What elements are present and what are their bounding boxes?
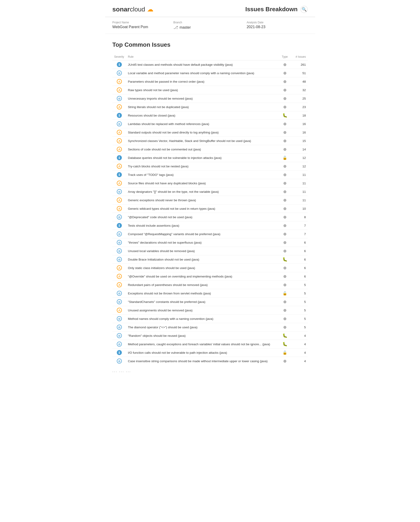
cell-rule: Generic exceptions should never be throw…	[126, 196, 278, 204]
severity-major-icon: ⚠	[117, 206, 122, 211]
code-smell-type-icon: ⊛	[283, 88, 287, 92]
cell-severity: ◎	[112, 94, 126, 103]
cell-rule: Double Brace Initialization should not b…	[126, 255, 278, 264]
cell-severity: ◎	[112, 238, 126, 247]
severity-info-icon: ℹ	[117, 172, 122, 177]
severity-minor-icon: ◎	[117, 333, 122, 338]
severity-minor-icon: ◎	[117, 70, 122, 76]
cell-rule: Method names should comply with a naming…	[126, 315, 278, 323]
cell-count: 11	[292, 170, 308, 179]
table-row: ◎The diamond operator ("<>") should be u…	[112, 323, 308, 331]
branch-meta: Branch ⎇ master	[173, 21, 247, 30]
cell-count: 5	[292, 323, 308, 331]
table-row: ◎"throws" declarations should not be sup…	[112, 238, 308, 247]
severity-minor-icon: ◎	[117, 342, 122, 347]
cell-type: ⊛	[278, 77, 292, 86]
cell-rule: Local variable and method parameter name…	[126, 69, 278, 77]
cell-count: 7	[292, 230, 308, 238]
cell-count: 5	[292, 315, 308, 323]
table-row: ◎Unnecessary imports should be removed (…	[112, 94, 308, 103]
branch-label: Branch	[173, 21, 247, 24]
cell-type: ⊛	[278, 281, 292, 289]
severity-major-icon: ⚠	[117, 198, 122, 203]
code-smell-type-icon: ⊛	[283, 308, 287, 313]
table-row: ⚠Sections of code should not be commente…	[112, 145, 308, 154]
code-smell-type-icon: ⊛	[283, 266, 287, 270]
code-smell-type-icon: ⊛	[283, 283, 287, 287]
severity-minor-icon: ◎	[117, 291, 122, 296]
cell-rule: Method parameters, caught exceptions and…	[126, 340, 278, 348]
table-row: ⚠Unused assignments should be removed (j…	[112, 306, 308, 315]
cell-type: ⊛	[278, 94, 292, 103]
severity-major-icon: ⚠	[117, 104, 122, 109]
code-smell-type-icon: ⊛	[283, 240, 287, 245]
code-smell-type-icon: ⊛	[283, 147, 287, 152]
cell-type: ⊛	[278, 128, 292, 137]
cell-rule: Generic wildcard types should not be use…	[126, 204, 278, 213]
cell-count: 4	[292, 331, 308, 340]
cell-type: ⊛	[278, 298, 292, 306]
cell-count: 261	[292, 61, 308, 69]
cell-count: 4	[292, 340, 308, 348]
table-row: ℹResources should be closed (java)🐛18	[112, 111, 308, 120]
branch-icon: ⎇	[173, 25, 178, 30]
table-row: ◎"Random" objects should be reused (java…	[112, 331, 308, 340]
cell-rule: String literals should not be duplicated…	[126, 103, 278, 111]
project-meta: Project Name WebGoat Parent Pom	[112, 21, 174, 29]
severity-info-icon: ℹ	[117, 350, 122, 355]
date-value: 2021-08-23	[247, 25, 308, 29]
severity-info-icon: ℹ	[117, 62, 122, 67]
code-smell-type-icon: ⊛	[283, 232, 287, 237]
cell-severity: ⚠	[112, 264, 126, 272]
branch-value: ⎇ master	[173, 25, 247, 30]
cell-type: ⊛	[278, 315, 292, 323]
table-row: ℹI/O function calls should not be vulner…	[112, 348, 308, 357]
cell-rule: Tests should include assertions (java)	[126, 221, 278, 230]
cell-type: 🐛	[278, 255, 292, 264]
cell-count: 18	[292, 111, 308, 120]
cell-rule: Lambdas should be replaced with method r…	[126, 120, 278, 128]
cell-severity: ⚠	[112, 137, 126, 145]
cell-count: 14	[292, 145, 308, 154]
table-row: ⚠Source files should not have any duplic…	[112, 179, 308, 187]
severity-major-icon: ⚠	[117, 138, 122, 143]
cell-rule: Raw types should not be used (java)	[126, 86, 278, 94]
table-row: ⚠Try-catch blocks should not be nested (…	[112, 162, 308, 170]
header-severity: Severity	[112, 54, 126, 61]
page-title: Issues Breakdown	[245, 6, 297, 13]
table-header-row: Severity Rule Type # Issues	[112, 54, 308, 61]
cell-rule: Synchronized classes Vector, Hashtable, …	[126, 137, 278, 145]
cell-severity: ⚠	[112, 272, 126, 281]
table-row: ⚠Redundant pairs of parentheses should b…	[112, 281, 308, 289]
severity-minor-icon: ◎	[117, 121, 122, 126]
cell-rule: Case insensitive string comparisons shou…	[126, 357, 278, 365]
vulnerability-type-icon: 🔓	[283, 291, 287, 296]
severity-major-icon: ⚠	[117, 181, 122, 186]
cell-type: ⊛	[278, 247, 292, 255]
search-icon[interactable]: 🔍	[300, 6, 308, 13]
cell-severity: ⚠	[112, 179, 126, 187]
table-row: ◎"StandardCharsets" constants should be …	[112, 298, 308, 306]
cell-severity: ℹ	[112, 221, 126, 230]
cell-rule: Only static class initializers should be…	[126, 264, 278, 272]
date-meta: Analysis Date 2021-08-23	[247, 21, 308, 29]
cell-rule: Unused assignments should be removed (ja…	[126, 306, 278, 315]
cell-count: 12	[292, 162, 308, 170]
cell-type: ⊛	[278, 306, 292, 315]
cell-type: ⊛	[278, 204, 292, 213]
code-smell-type-icon: ⊛	[283, 223, 287, 228]
code-smell-type-icon: ⊛	[283, 325, 287, 330]
cell-type: ⊛	[278, 323, 292, 331]
cell-severity: ◎	[112, 323, 126, 331]
cell-count: 4	[292, 348, 308, 357]
cell-count: 5	[292, 289, 308, 298]
table-row: ⚠Synchronized classes Vector, Hashtable,…	[112, 137, 308, 145]
table-row: ◎Local variable and method parameter nam…	[112, 69, 308, 77]
cell-severity: ⚠	[112, 103, 126, 111]
code-smell-type-icon: ⊛	[283, 198, 287, 203]
table-row: ⚠Parameters should be passed in the corr…	[112, 77, 308, 86]
cell-severity: ◎	[112, 298, 126, 306]
table-row: ◎Double Brace Initialization should not …	[112, 255, 308, 264]
cell-rule: "@Override" should be used on overriding…	[126, 272, 278, 281]
cell-rule: Source files should not have any duplica…	[126, 179, 278, 187]
